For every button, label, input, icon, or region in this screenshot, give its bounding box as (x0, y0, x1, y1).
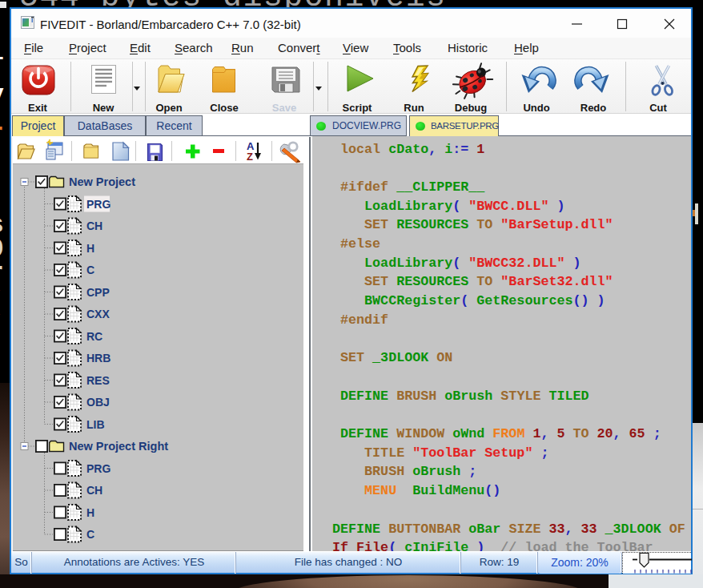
svg-text:HRB: HRB (86, 352, 110, 364)
svg-text:CPP: CPP (86, 286, 110, 299)
svg-text:H: H (86, 242, 94, 255)
svg-text:RES: RES (86, 374, 110, 387)
svg-text:H: H (86, 506, 94, 519)
svg-text:C: C (86, 264, 94, 276)
svg-text:C: C (86, 528, 94, 541)
svg-text:PRG: PRG (86, 198, 110, 211)
svg-text:OBJ: OBJ (86, 396, 110, 409)
svg-text:RC: RC (86, 330, 102, 343)
svg-text:Z: Z (247, 151, 253, 163)
svg-text:PRG: PRG (86, 462, 110, 475)
svg-text:New Project Right: New Project Right (69, 440, 168, 453)
svg-text:LIB: LIB (86, 418, 105, 431)
svg-text:CXX: CXX (86, 308, 110, 320)
svg-text:CH: CH (86, 484, 102, 497)
svg-text:CH: CH (86, 219, 102, 232)
svg-text:New Project: New Project (69, 175, 135, 188)
